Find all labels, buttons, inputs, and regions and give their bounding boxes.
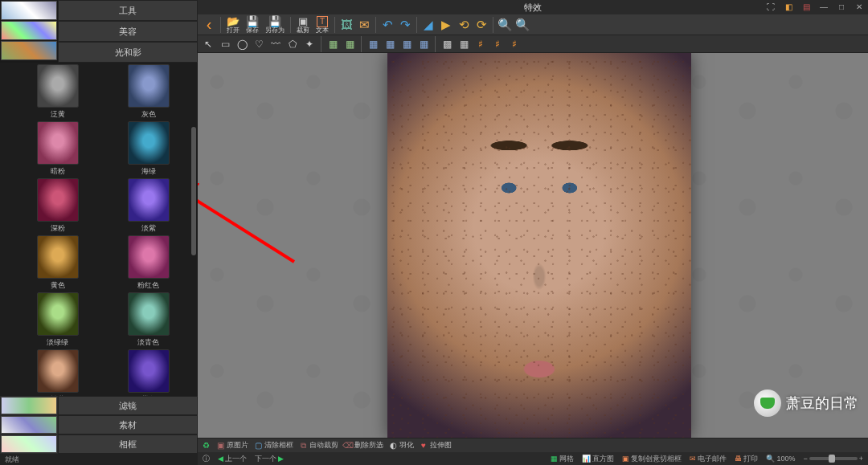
rect-select-icon[interactable]: ▭	[218, 37, 232, 51]
redo-icon[interactable]: ↷	[397, 17, 413, 33]
auto-crop-button[interactable]: ⧉自动裁剪	[298, 440, 338, 451]
maximize-button[interactable]: □	[836, 1, 847, 12]
category-thumb[interactable]	[1, 435, 57, 453]
preset-item[interactable]: 紫色	[115, 349, 182, 396]
canvas-image[interactable]	[387, 53, 691, 438]
send-icon[interactable]: ✉	[356, 17, 372, 33]
checker-icon[interactable]: ▩	[440, 37, 454, 51]
email-button[interactable]: ✉电子邮件	[690, 454, 727, 464]
fullscreen-icon[interactable]: ⛶	[765, 1, 776, 12]
image-tool-icon[interactable]: 🖼	[338, 17, 354, 33]
preset-item[interactable]: 淡绿绿	[24, 292, 91, 348]
effect1-icon[interactable]: ▦	[366, 37, 380, 51]
canvas-area[interactable]: 萧豆的日常	[198, 53, 868, 438]
crop-icon: ▣	[297, 16, 309, 27]
undo-icon[interactable]: ↶	[379, 17, 395, 33]
stretch-button[interactable]: ♥拉伸图	[419, 440, 452, 451]
preset-item[interactable]: 淡青色	[115, 292, 182, 348]
separator	[375, 17, 376, 33]
sidebar-tab-beauty[interactable]: 美容	[58, 21, 198, 42]
secondary-toolbar: ↖ ▭ ◯ ♡ 〰 ⬠ ✦ ▦ ▦ ▦ ▦ ▦ ▦ ▩ ▦ ♯ ♯ ♯	[198, 35, 868, 53]
open-button[interactable]: 📂打开	[224, 15, 242, 35]
preset-item[interactable]: 暗粉	[24, 121, 91, 177]
back-icon[interactable]: ‹	[201, 17, 217, 33]
category-thumb[interactable]	[1, 41, 57, 60]
category-thumb[interactable]	[1, 416, 57, 434]
sidebar-tab-frame[interactable]: 相框	[58, 434, 198, 454]
ellipse-select-icon[interactable]: ◯	[235, 37, 249, 51]
scrollbar-thumb[interactable]	[191, 127, 196, 255]
preset-item[interactable]: 海绿	[115, 121, 182, 177]
close-button[interactable]: ✕	[854, 1, 865, 12]
category-thumb[interactable]	[1, 1, 57, 20]
sidebar-tab-lightshadow[interactable]: 光和影	[58, 42, 198, 63]
text-button[interactable]: T文本	[313, 15, 331, 35]
zoom-out-icon[interactable]: 🔍	[514, 17, 530, 33]
print-button[interactable]: 🖶打印	[735, 454, 758, 464]
preset-item[interactable]: 泛黄	[24, 64, 91, 120]
rotate-right-icon[interactable]: ⟳	[473, 17, 489, 33]
snap1-icon[interactable]: ♯	[473, 37, 488, 51]
snap2-icon[interactable]: ♯	[490, 37, 505, 51]
save-button[interactable]: 💾保存	[244, 15, 261, 35]
sidebar-tab-filter[interactable]: 滤镜	[58, 396, 198, 415]
print-icon: 🖶	[735, 455, 742, 463]
preset-item[interactable]: 深粉	[24, 178, 91, 234]
saveas-button[interactable]: 💾另存为	[263, 15, 287, 35]
save-label: 保存	[246, 27, 259, 34]
histogram-icon: 📊	[582, 455, 591, 463]
feather-button[interactable]: ◐羽化	[388, 440, 414, 451]
flip-h-icon[interactable]: ◢	[420, 17, 436, 33]
preset-item[interactable]: 黄色	[24, 235, 91, 291]
wand-icon[interactable]: ✦	[302, 37, 317, 51]
grid-label: 网格	[559, 454, 574, 464]
effect4-icon[interactable]: ▦	[416, 37, 431, 51]
category-thumb[interactable]	[1, 397, 57, 414]
separator	[361, 36, 362, 52]
zoom-slider[interactable]: −+	[803, 455, 863, 463]
window-controls: ⛶ ◧ ▤ — □ ✕	[765, 1, 865, 12]
crop-button[interactable]: ▣裁剪	[294, 15, 312, 35]
preset-item[interactable]: 橙黄	[24, 349, 91, 396]
status-bar: ⓘ ◀上一个 下一个▶ ▦网格 📊直方图 ▣复制创意切相框 ✉电子邮件 🖶打印 …	[198, 452, 868, 465]
lasso-icon[interactable]: 〰	[268, 37, 283, 51]
next-button[interactable]: 下一个▶	[255, 454, 284, 464]
zoom-display[interactable]: 🔍100%	[766, 455, 795, 463]
polygon-icon[interactable]: ⬠	[285, 37, 300, 51]
preset-item[interactable]: 粉红色	[115, 235, 182, 291]
sidebar-tab-material[interactable]: 素材	[58, 415, 198, 434]
prev-button[interactable]: ◀上一个	[218, 454, 247, 464]
preset-thumb	[128, 292, 170, 336]
info-icon[interactable]: ⓘ	[203, 454, 210, 464]
preset-item[interactable]: 灰色	[115, 64, 182, 120]
heart-select-icon[interactable]: ♡	[252, 37, 266, 51]
slider-track[interactable]	[809, 457, 858, 460]
arrow-tool-icon[interactable]: ↖	[201, 37, 215, 51]
recycle-button[interactable]: ♻	[201, 441, 211, 451]
effect3-icon[interactable]: ▦	[399, 37, 414, 51]
delete-selection-button[interactable]: ⌫删除所选	[343, 440, 383, 451]
flip-v-icon[interactable]: ▶	[438, 17, 454, 33]
layer1-icon[interactable]: ▦	[326, 37, 340, 51]
histogram-button[interactable]: 📊直方图	[582, 454, 614, 464]
grid-icon[interactable]: ▦	[457, 37, 471, 51]
sidebar-tab-tools[interactable]: 工具	[58, 0, 198, 21]
note-icon[interactable]: ▤	[800, 1, 812, 12]
settings-icon[interactable]: ◧	[783, 1, 794, 12]
email-label: 电子邮件	[698, 454, 727, 464]
histogram-label: 直方图	[592, 454, 614, 464]
category-thumb[interactable]	[1, 21, 57, 40]
rotate-left-icon[interactable]: ⟲	[456, 17, 472, 33]
separator	[321, 36, 321, 52]
layer2-icon[interactable]: ▦	[342, 37, 357, 51]
clear-frame-button[interactable]: ▢清除相框	[253, 440, 293, 451]
snap3-icon[interactable]: ♯	[507, 37, 522, 51]
preset-grid[interactable]: 泛黄 灰色 暗粉 海绿 深粉 淡紫 黄色 粉红色 淡绿绿 淡青色 橙黄 紫色	[0, 63, 198, 396]
original-button[interactable]: ▣原图片	[215, 440, 248, 451]
minimize-button[interactable]: —	[818, 1, 829, 12]
zoom-in-icon[interactable]: 🔍	[497, 17, 513, 33]
grid-button[interactable]: ▦网格	[551, 454, 574, 464]
preset-item[interactable]: 淡紫	[115, 178, 182, 234]
effect2-icon[interactable]: ▦	[383, 37, 397, 51]
clip-button[interactable]: ▣复制创意切相框	[622, 454, 682, 464]
